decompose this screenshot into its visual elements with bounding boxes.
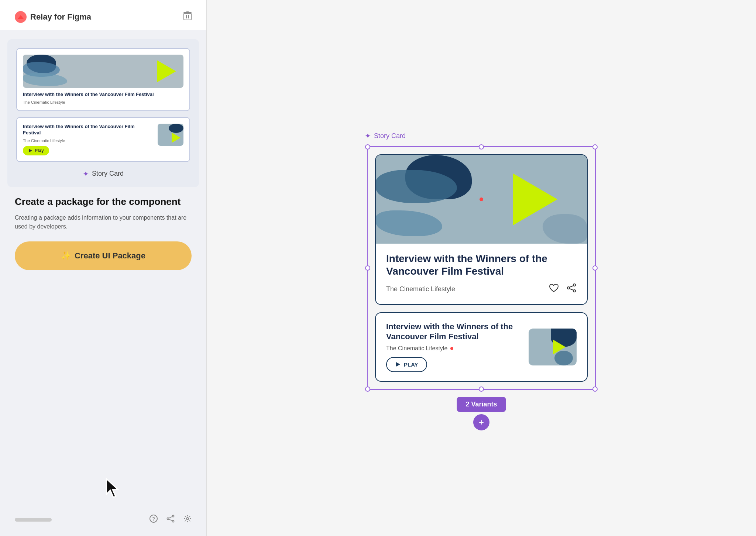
svg-line-17: [570, 286, 573, 287]
card2-subtitle-text: The Cinematic Lifestyle: [386, 345, 447, 352]
create-ui-package-button[interactable]: ✨ Create UI Package: [15, 241, 192, 270]
card2-content: Interview with the Winners of the Vancou…: [386, 322, 521, 372]
svg-line-11: [169, 517, 172, 518]
svg-point-15: [567, 287, 570, 289]
handle-br: [592, 386, 598, 392]
mini-card-2: Interview with the Winners of the Vancou…: [16, 117, 190, 162]
description-title: Create a package for the component: [15, 196, 192, 207]
handle-tl: [365, 144, 370, 150]
card2-thumbnail: [529, 329, 577, 365]
svg-point-8: [172, 515, 174, 517]
handle-mr: [592, 265, 598, 271]
figma-selection: ✦ Story Card: [367, 146, 596, 390]
card2-subtitle: The Cinematic Lifestyle: [386, 345, 521, 352]
subtitle-dot: [450, 347, 453, 350]
mini-card-2-sub: The Cinematic Lifestyle: [23, 138, 153, 143]
card1-content: Interview with the Winners of the Vancou…: [376, 244, 587, 304]
card1-actions: [549, 283, 577, 295]
svg-point-9: [167, 518, 169, 520]
mini-thumb-1: [23, 55, 183, 88]
brand-icon: [15, 11, 27, 23]
mini-play-label: Play: [35, 148, 44, 153]
figma-sparkle-icon: ✦: [365, 131, 371, 140]
create-btn-label: Create UI Package: [75, 251, 145, 261]
mini-card-1: Interview with the Winners of the Vancou…: [16, 48, 190, 111]
handle-bl: [365, 386, 370, 392]
mini-thumb-2: [158, 124, 183, 146]
figma-component-label: ✦ Story Card: [365, 131, 406, 140]
sparkle-icon: ✦: [83, 169, 89, 178]
svg-text:?: ?: [152, 516, 155, 522]
settings-icon[interactable]: [183, 515, 192, 525]
mini-card-1-sub: The Cinematic Lifestyle: [23, 100, 183, 104]
add-variant-button[interactable]: +: [473, 414, 489, 430]
mini-card-2-title: Interview with the Winners of the Vancou…: [23, 124, 153, 136]
svg-point-13: [186, 518, 189, 520]
svg-marker-5: [29, 149, 32, 152]
svg-line-12: [169, 519, 172, 521]
card1-thumbnail: [376, 155, 587, 244]
variants-badge: 2 Variants: [457, 397, 506, 412]
panel-footer: ?: [0, 515, 206, 525]
story-card-1: Interview with the Winners of the Vancou…: [375, 154, 588, 305]
component-label: ✦ Story Card: [16, 169, 190, 178]
mini-card-2-content: Interview with the Winners of the Vancou…: [23, 124, 153, 155]
preview-area: Interview with the Winners of the Vancou…: [7, 39, 199, 187]
right-panel: ✦ Story Card: [207, 0, 756, 536]
svg-rect-4: [186, 11, 189, 13]
svg-point-14: [573, 284, 575, 286]
mini-card-1-title: Interview with the Winners of the Vancou…: [23, 92, 183, 98]
card1-meta: The Cinematic Lifestyle: [386, 283, 577, 295]
svg-rect-0: [184, 13, 191, 20]
big-play-button[interactable]: PLAY: [386, 357, 427, 372]
component-label-text: Story Card: [92, 170, 124, 178]
trash-icon[interactable]: [183, 11, 192, 23]
card1-title: Interview with the Winners of the Vancou…: [386, 252, 577, 277]
handle-tr: [592, 144, 598, 150]
card2-title: Interview with the Winners of the Vancou…: [386, 322, 521, 341]
svg-rect-1: [186, 15, 187, 18]
svg-marker-19: [396, 362, 400, 367]
figma-label-text: Story Card: [374, 132, 406, 140]
story-card-2: Interview with the Winners of the Vancou…: [375, 312, 588, 382]
footer-icons: ?: [150, 515, 192, 525]
handle-tm: [479, 144, 484, 150]
svg-point-16: [573, 290, 575, 292]
svg-rect-2: [188, 15, 189, 18]
description-section: Create a package for the component Creat…: [0, 196, 206, 278]
left-panel: Relay for Figma Interview: [0, 0, 207, 536]
handle-ml: [365, 265, 370, 271]
help-icon[interactable]: ?: [150, 515, 158, 525]
scroll-indicator: [15, 518, 52, 522]
big-play-label: PLAY: [404, 361, 418, 368]
share-card-icon[interactable]: [566, 283, 577, 295]
share-icon[interactable]: [166, 515, 175, 525]
brand: Relay for Figma: [15, 11, 91, 23]
brand-name: Relay for Figma: [30, 12, 91, 22]
mini-play-button[interactable]: Play: [23, 146, 49, 155]
create-btn-icon: ✨: [61, 251, 71, 261]
selection-border: Interview with the Winners of the Vancou…: [367, 146, 596, 390]
svg-line-18: [570, 289, 573, 290]
card1-subtitle: The Cinematic Lifestyle: [386, 285, 455, 293]
svg-point-10: [172, 520, 174, 522]
panel-header: Relay for Figma: [0, 0, 206, 30]
heart-icon[interactable]: [549, 283, 559, 295]
handle-bm: [479, 386, 484, 392]
description-text: Creating a package adds information to y…: [15, 213, 192, 231]
